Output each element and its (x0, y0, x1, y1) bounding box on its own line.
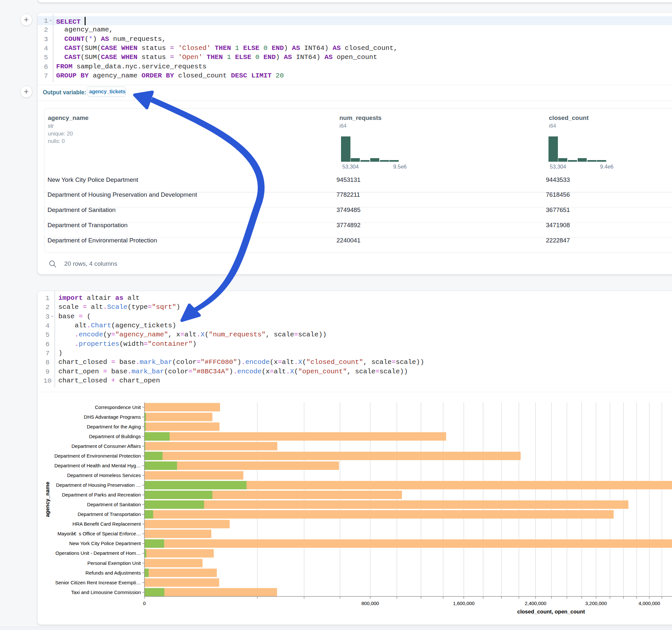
svg-text:2,400,000: 2,400,000 (525, 601, 547, 606)
svg-text:Department of Sanitation: Department of Sanitation (87, 502, 141, 507)
svg-text:DHS Advantage Programs: DHS Advantage Programs (84, 414, 141, 420)
svg-text:4,000,000: 4,000,000 (639, 601, 660, 606)
svg-text:Personal Exemption Unit: Personal Exemption Unit (87, 560, 141, 566)
svg-text:Department for the Aging: Department for the Aging (87, 424, 141, 429)
svg-text:Department of Buildings: Department of Buildings (89, 434, 141, 439)
svg-text:800,000: 800,000 (361, 601, 379, 606)
svg-text:1,600,000: 1,600,000 (453, 601, 475, 606)
svg-text:Senior Citizen Rent Increase E: Senior Citizen Rent Increase Exempti… (55, 580, 141, 585)
svg-text:HRA Benefit Card Replacement: HRA Benefit Card Replacement (73, 521, 141, 527)
svg-text:Department of Housing Preserva: Department of Housing Preservation … (56, 482, 141, 488)
svg-text:Department of Health and Menta: Department of Health and Mental Hyg… (54, 463, 141, 468)
svg-text:Department of Consumer Affairs: Department of Consumer Affairs (72, 443, 141, 449)
svg-text:Operations Unit - Department o: Operations Unit - Department of Hom… (55, 550, 141, 556)
svg-text:Taxi and Limousine Commission: Taxi and Limousine Commission (71, 589, 141, 595)
svg-text:3,200,000: 3,200,000 (585, 601, 607, 606)
svg-text:closed_count, open_count: closed_count, open_count (517, 609, 585, 614)
svg-text:Correspondence Unit: Correspondence Unit (95, 405, 141, 410)
svg-text:0: 0 (143, 601, 146, 606)
svg-text:Department of Transportation: Department of Transportation (77, 511, 141, 517)
svg-text:Department of Parks and Recrea: Department of Parks and Recreation (62, 492, 141, 498)
svg-text:Department of Environmental Pr: Department of Environmental Protection (54, 453, 141, 459)
svg-text:agency_name: agency_name (44, 482, 50, 517)
svg-text:Department of Homeless Service: Department of Homeless Services (67, 472, 141, 478)
svg-text:Mayorâ€ s Office of Special En: Mayorâ€ s Office of Special Enforce… (57, 531, 141, 536)
svg-text:New York City Police Departmen: New York City Police Department (69, 540, 141, 546)
svg-text:Refunds and Adjustments: Refunds and Adjustments (86, 570, 141, 576)
